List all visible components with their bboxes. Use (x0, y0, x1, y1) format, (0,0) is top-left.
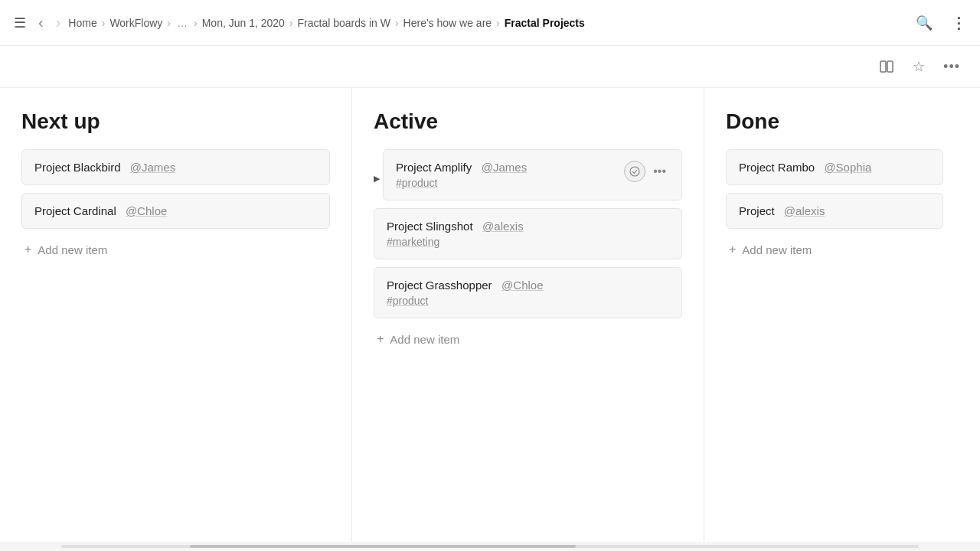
add-item-next-up[interactable]: + Add new item (21, 236, 330, 262)
add-item-active[interactable]: + Add new item (374, 326, 682, 352)
add-item-plus-icon: + (24, 243, 31, 256)
column-active: Active ▶ Project Amplify @James #product (352, 88, 704, 551)
card-slingshot-tag[interactable]: #marketing (387, 236, 669, 248)
add-item-done-label: Add new item (742, 243, 812, 256)
card-amplify-line1: Project Amplify @James (396, 161, 618, 174)
card-slingshot-user[interactable]: @alexis (482, 220, 524, 233)
add-item-active-plus-icon: + (377, 332, 384, 346)
topbar-right: 🔍 ⋮ (911, 9, 971, 37)
card-grasshopper-line1: Project Grasshopper @Chloe (387, 279, 669, 292)
breadcrumb-sep-4: › (394, 17, 400, 29)
column-next-up: Next up Project Blackbird @James Project… (0, 88, 352, 551)
breadcrumb-sep-2: › (192, 17, 199, 29)
breadcrumb-workflowy[interactable]: WorkFlowy (109, 17, 162, 29)
breadcrumb-sep-5: › (495, 17, 501, 29)
card-grasshopper-user[interactable]: @Chloe (501, 279, 543, 292)
card-wrapper-amplify: ▶ Project Amplify @James #product (374, 149, 682, 208)
breadcrumb-sep-1: › (165, 17, 172, 29)
card-blackbird-title: Project Blackbird (34, 161, 121, 174)
card-project-amplify[interactable]: Project Amplify @James #product (383, 149, 682, 201)
card-project-blackbird[interactable]: Project Blackbird @James (21, 149, 330, 185)
column-active-title: Active (374, 109, 682, 134)
back-button[interactable]: ‹ (34, 9, 48, 36)
card-grasshopper-title: Project Grasshopper (387, 279, 492, 292)
breadcrumb-ellipsis[interactable]: … (175, 17, 189, 29)
card-amplify-actions: ••• (624, 161, 669, 182)
card-alexis-title: Project (739, 204, 775, 217)
topbar: ☰ ‹ › Home › WorkFlowy › … › Mon, Jun 1,… (0, 0, 980, 46)
card-project-cardinal[interactable]: Project Cardinal @Chloe (21, 193, 330, 229)
breadcrumb-current: Fractal Projects (505, 17, 585, 29)
card-amplify-content: Project Amplify @James #product (396, 161, 618, 189)
breadcrumb-sep-3: › (288, 17, 295, 29)
card-project-slingshot[interactable]: Project Slingshot @alexis #marketing (374, 208, 682, 259)
card-slingshot-title: Project Slingshot (387, 220, 473, 233)
card-amplify-dots-btn[interactable]: ••• (650, 163, 669, 180)
card-amplify-arrow[interactable]: ▶ (374, 174, 380, 184)
svg-rect-0 (880, 61, 886, 72)
card-project-grasshopper[interactable]: Project Grasshopper @Chloe #product (374, 267, 682, 318)
search-icon[interactable]: 🔍 (911, 10, 937, 36)
column-done: Done Project Rambo @Sophia Project @alex… (704, 88, 965, 551)
add-item-active-label: Add new item (390, 333, 459, 346)
forward-button[interactable]: › (51, 9, 66, 36)
topbar-more-icon[interactable]: ⋮ (946, 9, 971, 37)
card-rambo-user[interactable]: @Sophia (824, 161, 871, 174)
card-amplify-tag[interactable]: #product (396, 177, 618, 189)
card-rambo-title: Project Rambo (739, 161, 815, 174)
board: Next up Project Blackbird @James Project… (0, 88, 980, 551)
card-project-alexis[interactable]: Project @alexis (726, 193, 943, 229)
breadcrumb-fractal[interactable]: Fractal boards in W (298, 17, 390, 29)
card-slingshot-line1: Project Slingshot @alexis (387, 220, 669, 233)
svg-point-2 (630, 167, 639, 176)
card-grasshopper-tag[interactable]: #product (387, 295, 669, 307)
card-cardinal-title: Project Cardinal (34, 204, 116, 217)
scrollbar-thumb[interactable] (190, 545, 576, 548)
add-item-label: Add new item (38, 243, 107, 256)
card-amplify-user[interactable]: @James (482, 161, 527, 174)
menu-icon[interactable]: ☰ (9, 10, 31, 36)
breadcrumb-home[interactable]: Home (68, 17, 96, 29)
scrollbar[interactable] (0, 542, 980, 551)
topbar-left: ☰ ‹ › Home › WorkFlowy › … › Mon, Jun 1,… (9, 9, 908, 36)
toolbar: ☆ ••• (0, 46, 980, 88)
card-blackbird-user[interactable]: @James (130, 161, 175, 174)
card-cardinal-user[interactable]: @Chloe (126, 204, 167, 217)
breadcrumb-heres[interactable]: Here's how we are (403, 17, 492, 29)
breadcrumb-sep-0: › (100, 17, 107, 29)
add-item-done-plus-icon: + (729, 243, 736, 256)
column-done-title: Done (726, 109, 943, 134)
split-view-button[interactable] (874, 54, 899, 79)
add-item-done[interactable]: + Add new item (726, 236, 943, 262)
breadcrumb-date[interactable]: Mon, Jun 1, 2020 (202, 17, 285, 29)
star-button[interactable]: ☆ (908, 54, 929, 80)
column-next-up-title: Next up (21, 109, 330, 134)
card-amplify-circle-btn[interactable] (624, 161, 645, 182)
svg-rect-1 (887, 61, 893, 72)
card-amplify-title: Project Amplify (396, 161, 472, 174)
card-alexis-user[interactable]: @alexis (784, 204, 825, 217)
card-project-rambo[interactable]: Project Rambo @Sophia (726, 149, 943, 185)
toolbar-more-button[interactable]: ••• (939, 54, 965, 80)
